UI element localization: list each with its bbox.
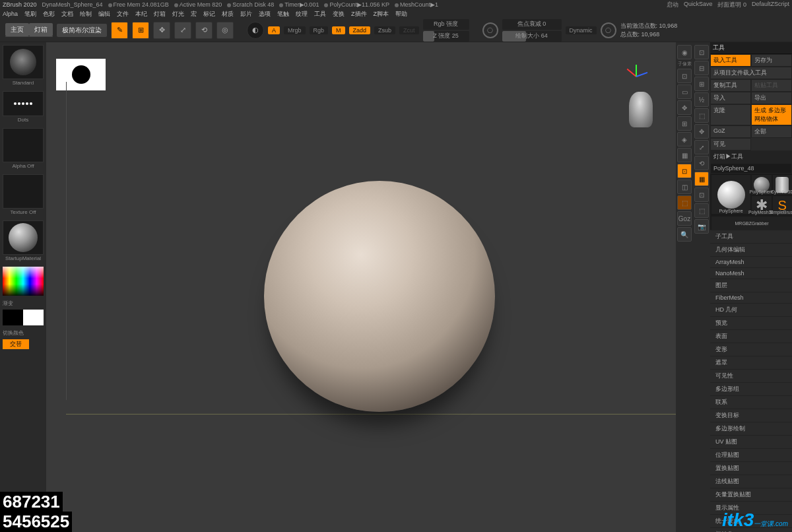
current-tool-label[interactable]: PolySphere_48 <box>710 163 792 174</box>
tool-thumb-mrgb[interactable]: MRGBZGrabber <box>711 216 792 230</box>
focal-shift-slider[interactable]: 焦点衰减 0 <box>502 19 562 30</box>
menu-lightbox[interactable]: 灯光 <box>172 10 184 18</box>
mode-zadd[interactable]: Zadd <box>349 26 371 34</box>
timeline-icon[interactable]: ⬚ <box>694 203 709 218</box>
grid-icon[interactable]: ⊞ <box>677 116 692 131</box>
acc-contact[interactable]: 联系 <box>710 395 792 409</box>
menu-transform[interactable]: 变换 <box>333 10 345 18</box>
polyframe-icon[interactable]: ⊡ <box>694 187 709 202</box>
goz-visible-button[interactable]: 可见 <box>710 138 751 150</box>
tab-home[interactable]: 主页 <box>5 23 29 36</box>
local-icon[interactable]: ✥ <box>677 100 692 115</box>
acc-layers[interactable]: 图层 <box>710 279 792 292</box>
tab-lightbox[interactable]: 灯箱 <box>29 23 53 36</box>
acc-arraymesh[interactable]: ArrayMesh <box>710 256 792 267</box>
mode-rgb[interactable]: Rgb <box>310 26 329 34</box>
model-sphere[interactable] <box>264 181 495 412</box>
acc-uvmap[interactable]: UV 贴图 <box>710 435 792 448</box>
menu-movie[interactable]: 影片 <box>240 10 252 18</box>
import-button[interactable]: 导入 <box>710 92 751 104</box>
floor-icon[interactable]: ▭ <box>677 84 692 99</box>
acc-polypaint[interactable]: 多边形绘制 <box>710 422 792 435</box>
acc-deform[interactable]: 变形 <box>710 343 792 356</box>
dynamic-toggle[interactable]: Dynamic <box>566 26 597 34</box>
menu-right-0[interactable]: 启动 <box>667 1 678 9</box>
camera-head-icon[interactable] <box>629 92 653 127</box>
tool-thumb-cylinder[interactable]: Cylinder3D <box>773 175 793 195</box>
menu-marker[interactable]: 标记 <box>203 10 215 18</box>
paste-tool-button[interactable]: 粘贴工具 <box>751 79 792 92</box>
size-dial-icon[interactable]: ◯ <box>601 22 616 38</box>
rgb-intensity-slider[interactable]: Rgb 强度 <box>423 19 469 30</box>
material-slot[interactable]: StartupMaterial <box>3 220 44 255</box>
texture-slot[interactable]: Texture Off <box>3 174 44 209</box>
switch-color-button[interactable]: 交替 <box>3 339 29 349</box>
menu-right-2[interactable]: 封面遮明 0 <box>717 1 746 9</box>
scale-mode-icon[interactable]: ⤢ <box>174 22 191 39</box>
polyf-icon[interactable]: ▦ <box>677 148 692 162</box>
search-icon[interactable]: 🔍 <box>677 227 692 242</box>
menu-picker[interactable]: 选项 <box>259 10 271 18</box>
menu-edit[interactable]: 编辑 <box>98 10 110 18</box>
export-button[interactable]: 导出 <box>751 92 792 104</box>
acc-vectordisp[interactable]: 矢量置换贴图 <box>710 488 792 501</box>
menu-macro[interactable]: 宏 <box>191 10 197 18</box>
bpr-icon[interactable]: ◉ <box>677 45 692 59</box>
actual-icon[interactable]: ⊞ <box>694 77 709 91</box>
tool-thumb-polysphere[interactable]: PolySphere <box>711 175 750 214</box>
menu-draw[interactable]: 绘制 <box>80 10 92 18</box>
acc-subtool[interactable]: 子工具 <box>710 230 792 243</box>
acc-morph[interactable]: 变换目标 <box>710 409 792 422</box>
draw-mode-icon[interactable]: ⊞ <box>132 22 149 39</box>
menu-texture[interactable]: 纹理 <box>296 10 308 18</box>
persp-icon[interactable]: ⊡ <box>677 69 692 83</box>
menu-file[interactable]: 文件 <box>117 10 129 18</box>
solo-icon[interactable]: ⬚ <box>677 195 692 210</box>
tool-thumb-simplebrush[interactable]: SSimpleBrush <box>773 196 793 216</box>
color-swatches[interactable] <box>3 310 44 325</box>
axis-gizmo[interactable] <box>623 62 649 88</box>
mode-zsub[interactable]: Zsub <box>374 26 395 34</box>
acc-visibility[interactable]: 可见性 <box>710 369 792 382</box>
color-picker[interactable] <box>3 267 44 296</box>
copy-tool-button[interactable]: 复制工具 <box>710 79 751 92</box>
mode-a[interactable]: A <box>268 26 280 34</box>
tool-thumb-polysphere2[interactable]: PolySphere <box>752 175 772 195</box>
draw-size-slider[interactable]: 绘制大小 64 <box>502 31 562 42</box>
menu-zscript[interactable]: Z脚本 <box>374 10 389 18</box>
acc-hdgeo[interactable]: HD 几何 <box>710 303 792 316</box>
make-polymesh-button[interactable]: 生成 多边形网格物体 <box>751 104 792 125</box>
scroll-icon[interactable]: ⊡ <box>694 45 709 59</box>
acc-fibermesh[interactable]: FiberMesh <box>710 292 792 303</box>
stroke-slot[interactable]: Dots <box>3 91 44 116</box>
acc-masking[interactable]: 遮罩 <box>710 356 792 369</box>
mode-zcut[interactable]: Zcut <box>399 26 419 34</box>
sculptris-icon[interactable]: ◐ <box>247 22 264 39</box>
scale-icon[interactable]: ⤢ <box>694 140 709 154</box>
z-intensity-slider[interactable]: Z 强度 25 <box>423 31 469 42</box>
dynamic-icon[interactable]: ◈ <box>677 132 692 147</box>
menu-material[interactable]: 材质 <box>222 10 234 18</box>
menu-color[interactable]: 色彩 <box>43 10 55 18</box>
frame-icon[interactable]: ⬚ <box>694 108 709 123</box>
goz-button[interactable]: GoZ <box>710 125 751 138</box>
brush-slot[interactable]: Standard <box>3 45 44 79</box>
tab-decimate[interactable]: 极简布尔渲染 <box>57 24 107 37</box>
tool-panel-title[interactable]: 工具 <box>710 42 792 54</box>
rotate-mode-icon[interactable]: ⟲ <box>195 22 213 39</box>
transp-icon[interactable]: ⊡ <box>677 164 692 178</box>
load-from-project-button[interactable]: 从项目文件载入工具 <box>710 67 792 79</box>
edit-mode-icon[interactable]: ✎ <box>111 22 128 39</box>
focal-dial-icon[interactable]: ◯ <box>482 22 498 38</box>
tool-thumb-polymesh[interactable]: ✱PolyMesh3D <box>752 196 772 216</box>
lightbox-tools-button[interactable]: 灯箱▶工具 <box>710 150 792 163</box>
camera-icon[interactable]: 📷 <box>694 219 709 234</box>
acc-geometry[interactable]: 几何体编辑 <box>710 243 792 256</box>
rotate-icon[interactable]: ⟲ <box>694 156 709 170</box>
reference-thumbnail[interactable] <box>56 59 106 90</box>
menu-zplugin[interactable]: Z插件 <box>351 10 367 18</box>
acc-polygroups[interactable]: 多边形组 <box>710 382 792 395</box>
acc-normalmap[interactable]: 法线贴图 <box>710 475 792 488</box>
clone-button[interactable]: 克隆 <box>710 104 751 125</box>
gizmo-icon[interactable]: ◎ <box>216 22 234 39</box>
